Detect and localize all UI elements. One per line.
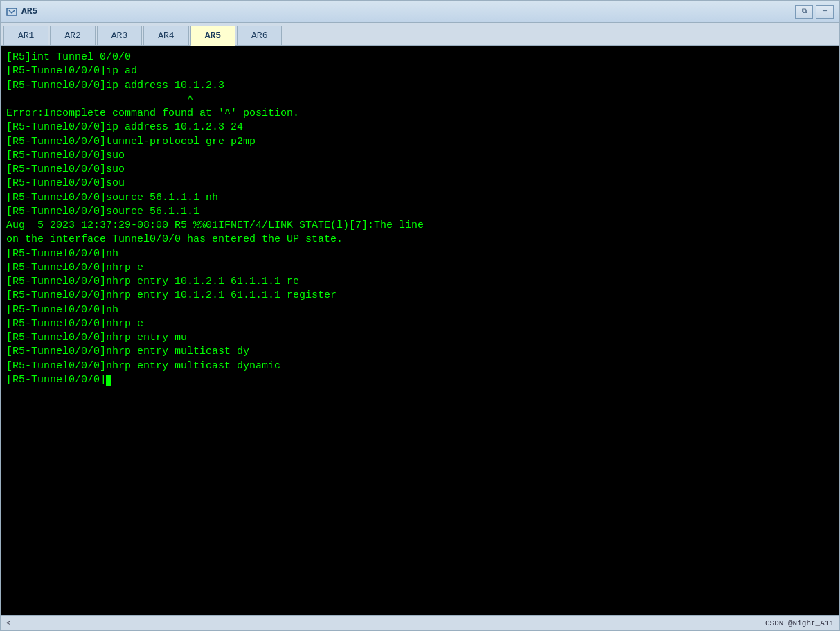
restore-button[interactable]: ⧉	[795, 5, 813, 19]
terminal-line-1: [R5-Tunnel0/0/0]ip ad	[6, 64, 834, 78]
main-window: AR5 ⧉ ─ AR1 AR2 AR3 AR4 AR5 AR6 [R5]int …	[0, 0, 840, 631]
window-title: AR5	[21, 6, 795, 17]
window-controls: ⧉ ─	[795, 5, 834, 19]
tab-ar3[interactable]: AR3	[97, 26, 142, 45]
terminal-line-21: [R5-Tunnel0/0/0]nhrp entry multicast dy	[6, 345, 834, 359]
terminal-line-8: [R5-Tunnel0/0/0]suo	[6, 163, 834, 177]
tab-ar5[interactable]: AR5	[190, 26, 235, 46]
terminal-line-4: Error:Incomplete command found at '^' po…	[6, 107, 834, 121]
terminal-line-22: [R5-Tunnel0/0/0]nhrp entry multicast dyn…	[6, 359, 834, 373]
minimize-button[interactable]: ─	[816, 5, 834, 19]
terminal-line-0: [R5]int Tunnel 0/0/0	[6, 51, 834, 64]
terminal-line-16: [R5-Tunnel0/0/0]nhrp entry 10.1.2.1 61.1…	[6, 275, 834, 289]
terminal-line-13: on the interface Tunnel0/0/0 has entered…	[6, 233, 834, 247]
terminal-cursor	[106, 375, 111, 386]
tab-bar: AR1 AR2 AR3 AR4 AR5 AR6	[1, 23, 839, 46]
terminal-line-5: [R5-Tunnel0/0/0]ip address 10.1.2.3 24	[6, 121, 834, 134]
terminal-line-3: ^	[6, 93, 834, 107]
title-bar: AR5 ⧉ ─	[1, 1, 839, 23]
tab-ar4[interactable]: AR4	[143, 26, 188, 45]
svg-rect-0	[7, 8, 17, 15]
scroll-indicator: <	[6, 619, 11, 628]
terminal-line-14: [R5-Tunnel0/0/0]nh	[6, 247, 834, 261]
terminal-line-9: [R5-Tunnel0/0/0]sou	[6, 177, 834, 190]
terminal-line-19: [R5-Tunnel0/0/0]nhrp e	[6, 317, 834, 331]
terminal-line-18: [R5-Tunnel0/0/0]nh	[6, 303, 834, 317]
terminal-line-23: [R5-Tunnel0/0/0]	[6, 373, 834, 387]
status-bar: < CSDN @Night_A11	[1, 615, 839, 630]
tab-ar1[interactable]: AR1	[3, 26, 48, 45]
tab-ar2[interactable]: AR2	[50, 26, 95, 45]
terminal-line-12: Aug 5 2023 12:37:29-08:00 R5 %%01IFNET/4…	[6, 219, 834, 233]
terminal-line-10: [R5-Tunnel0/0/0]source 56.1.1.1 nh	[6, 191, 834, 205]
terminal-line-17: [R5-Tunnel0/0/0]nhrp entry 10.1.2.1 61.1…	[6, 289, 834, 303]
terminal-line-7: [R5-Tunnel0/0/0]suo	[6, 149, 834, 163]
tab-ar6[interactable]: AR6	[237, 26, 282, 45]
terminal-line-15: [R5-Tunnel0/0/0]nhrp e	[6, 261, 834, 275]
terminal-line-11: [R5-Tunnel0/0/0]source 56.1.1.1	[6, 205, 834, 219]
terminal-line-20: [R5-Tunnel0/0/0]nhrp entry mu	[6, 331, 834, 345]
app-icon	[6, 6, 17, 17]
terminal-line-6: [R5-Tunnel0/0/0]tunnel-protocol gre p2mp	[6, 135, 834, 149]
terminal-line-2: [R5-Tunnel0/0/0]ip address 10.1.2.3	[6, 79, 834, 93]
terminal-output[interactable]: [R5]int Tunnel 0/0/0 [R5-Tunnel0/0/0]ip …	[1, 46, 839, 615]
watermark-text: CSDN @Night_A11	[765, 619, 834, 628]
